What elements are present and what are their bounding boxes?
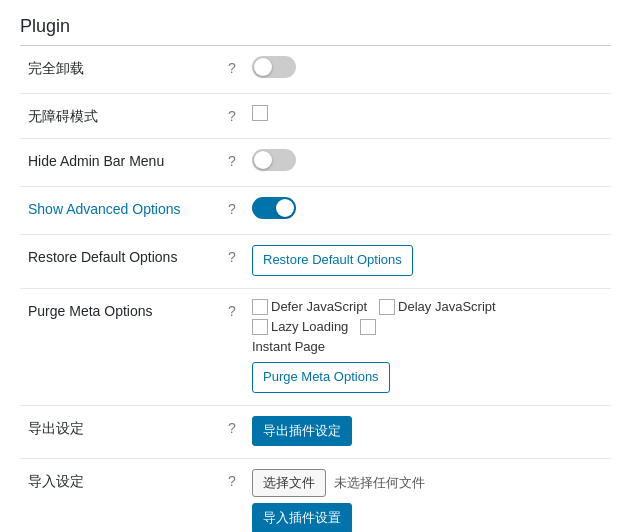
import-button-wrapper: 导入插件设置 xyxy=(252,503,603,532)
defer-label: Defer JavaScript xyxy=(271,299,367,314)
control-cell xyxy=(244,139,611,187)
help-icon[interactable]: ? xyxy=(220,187,244,235)
page-container: Plugin 完全卸载 ? 无障碍模式 ? xyxy=(0,0,631,532)
row-label-import: 导入设定 xyxy=(20,459,220,532)
help-icon[interactable]: ? xyxy=(220,288,244,405)
row-label-restore: Restore Default Options xyxy=(20,235,220,289)
help-icon[interactable]: ? xyxy=(220,235,244,289)
help-icon[interactable]: ? xyxy=(220,139,244,187)
checkbox-lazy[interactable] xyxy=(252,319,268,335)
table-row: Show Advanced Options ? xyxy=(20,187,611,235)
control-cell xyxy=(244,94,611,139)
row-label: 完全卸载 xyxy=(20,46,220,94)
purge-meta-button[interactable]: Purge Meta Options xyxy=(252,362,390,393)
file-input-row: 选择文件 未选择任何文件 xyxy=(252,469,603,497)
checkbox-wuzhanai[interactable] xyxy=(252,105,268,121)
purge-button-wrapper: Purge Meta Options xyxy=(252,362,603,393)
instant-page-label: Instant Page xyxy=(252,339,325,354)
lazy-label: Lazy Loading xyxy=(271,319,348,334)
control-cell-export: 导出插件设定 xyxy=(244,405,611,459)
choose-file-button[interactable]: 选择文件 xyxy=(252,469,326,497)
table-row: 导出设定 ? 导出插件设定 xyxy=(20,405,611,459)
meta-options-row: Defer JavaScript Delay JavaScript Lazy L… xyxy=(252,299,603,335)
control-cell xyxy=(244,46,611,94)
toggle-switch-0[interactable] xyxy=(252,56,296,78)
checkbox-label-lazy: Lazy Loading xyxy=(252,319,348,335)
control-cell-purge: Defer JavaScript Delay JavaScript Lazy L… xyxy=(244,288,611,405)
table-row: Hide Admin Bar Menu ? xyxy=(20,139,611,187)
control-cell xyxy=(244,187,611,235)
toggle-switch-hide-admin[interactable] xyxy=(252,149,296,171)
export-button[interactable]: 导出插件设定 xyxy=(252,416,352,447)
toggle-switch-advanced[interactable] xyxy=(252,197,296,219)
control-cell-import: 选择文件 未选择任何文件 导入插件设置 xyxy=(244,459,611,532)
control-cell: Restore Default Options xyxy=(244,235,611,289)
table-row: 无障碍模式 ? xyxy=(20,94,611,139)
settings-table: 完全卸载 ? 无障碍模式 ? Hide Admin Bar Menu xyxy=(20,46,611,532)
toggle-knob-hide-admin xyxy=(254,151,272,169)
table-row: 完全卸载 ? xyxy=(20,46,611,94)
restore-default-button[interactable]: Restore Default Options xyxy=(252,245,413,276)
delay-label: Delay JavaScript xyxy=(398,299,496,314)
checkbox-label-delay: Delay JavaScript xyxy=(379,299,496,315)
toggle-knob-advanced xyxy=(276,199,294,217)
table-row: Restore Default Options ? Restore Defaul… xyxy=(20,235,611,289)
help-icon[interactable]: ? xyxy=(220,46,244,94)
help-icon[interactable]: ? xyxy=(220,405,244,459)
checkbox-defer[interactable] xyxy=(252,299,268,315)
import-button[interactable]: 导入插件设置 xyxy=(252,503,352,532)
section-title: Plugin xyxy=(20,16,611,37)
checkbox-label-defer: Defer JavaScript xyxy=(252,299,367,315)
row-label: Hide Admin Bar Menu xyxy=(20,139,220,187)
checkbox-delay[interactable] xyxy=(379,299,395,315)
no-file-text: 未选择任何文件 xyxy=(334,474,425,492)
table-row: 导入设定 ? 选择文件 未选择任何文件 导入插件设置 xyxy=(20,459,611,532)
row-label-purge: Purge Meta Options xyxy=(20,288,220,405)
help-icon[interactable]: ? xyxy=(220,94,244,139)
toggle-knob-0 xyxy=(254,58,272,76)
row-label-export: 导出设定 xyxy=(20,405,220,459)
help-icon[interactable]: ? xyxy=(220,459,244,532)
instant-page-row: Instant Page xyxy=(252,339,603,354)
row-label-advanced: Show Advanced Options xyxy=(20,187,220,235)
checkbox-instant[interactable] xyxy=(360,319,376,335)
row-label: 无障碍模式 xyxy=(20,94,220,139)
table-row: Purge Meta Options ? Defer JavaScript De… xyxy=(20,288,611,405)
